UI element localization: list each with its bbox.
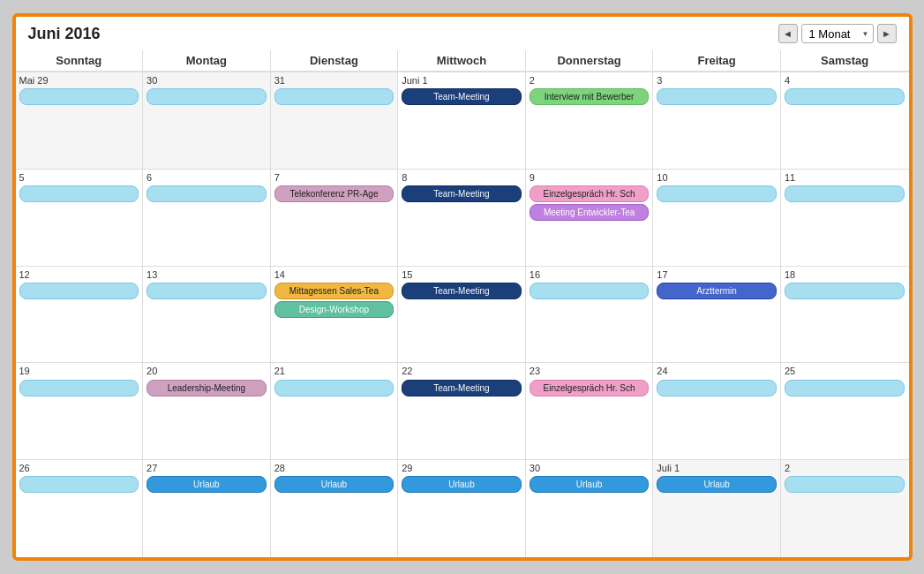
event-4-6-0[interactable] [785,476,905,493]
event-2-6-0[interactable] [785,283,905,299]
cal-cell-w2-d0[interactable]: 12 [16,267,144,363]
cell-date-label: 30 [146,75,267,87]
event-1-0-0[interactable] [19,185,139,202]
cell-date-label: 2 [530,75,650,87]
cal-cell-w0-d5[interactable]: 3 [653,72,781,169]
cell-date-label: 13 [146,269,267,281]
cal-cell-w4-d4[interactable]: 30Urlaub [526,460,654,557]
event-4-5-0[interactable]: Urlaub [657,476,777,493]
event-1-1-0[interactable] [146,185,267,202]
event-4-1-0[interactable]: Urlaub [146,476,267,493]
cell-date-label: 30 [530,463,650,474]
event-3-3-0[interactable]: Team-Meeting [402,380,522,397]
event-0-4-0[interactable]: Interview mit Bewerber [530,88,650,105]
event-3-6-0[interactable] [785,380,905,397]
event-1-4-1[interactable]: Meeting Entwickler-Tea [530,204,650,221]
event-2-5-0[interactable]: Arzttermin [657,283,777,299]
cal-cell-w3-d5[interactable]: 24 [653,363,781,459]
cal-cell-w1-d2[interactable]: 7Telekonferenz PR-Age [271,170,399,266]
cal-cell-w1-d0[interactable]: 5 [16,170,144,266]
cal-cell-w0-d3[interactable]: Juni 1Team-Meeting [398,72,526,169]
cal-cell-w4-d3[interactable]: 29Urlaub [398,460,526,557]
cal-cell-w2-d5[interactable]: 17Arzttermin [653,267,781,363]
event-4-4-0[interactable]: Urlaub [530,476,650,493]
cal-cell-w3-d0[interactable]: 19 [16,363,144,459]
cell-date-label: 15 [402,269,522,281]
day-header-wed: Mittwoch [398,50,526,71]
event-0-3-0[interactable]: Team-Meeting [402,88,522,105]
week-row-1: 5 6 7Telekonferenz PR-Age8Team-Meeting9E… [16,170,909,267]
event-4-2-0[interactable]: Urlaub [274,476,394,493]
cal-cell-w1-d4[interactable]: 9Einzelgespräch Hr. SchMeeting Entwickle… [526,170,654,266]
cell-date-label: 28 [274,463,394,474]
cal-cell-w0-d1[interactable]: 30 [143,72,271,169]
cell-date-label: 8 [402,172,522,184]
event-4-0-0[interactable] [19,476,139,493]
cell-date-label: 19 [19,366,139,377]
cell-date-label: 29 [402,463,522,474]
cal-cell-w3-d4[interactable]: 23Einzelgespräch Hr. Sch [526,363,654,459]
event-3-4-0[interactable]: Einzelgespräch Hr. Sch [530,380,650,397]
event-2-2-1[interactable]: Design-Workshop [274,301,394,318]
cell-date-label: 26 [19,463,139,474]
cal-cell-w3-d3[interactable]: 22Team-Meeting [398,363,526,459]
event-1-5-0[interactable] [657,185,777,202]
nav-next-button[interactable]: ► [877,24,897,43]
event-4-3-0[interactable]: Urlaub [402,476,522,493]
event-2-1-0[interactable] [146,283,267,299]
calendar-title: Juni 2016 [28,25,778,43]
cell-date-label: 17 [657,269,777,281]
cal-cell-w3-d6[interactable]: 25 [781,363,909,459]
event-3-0-0[interactable] [19,380,139,397]
calendar-grid: Mai 29 30 31 Juni 1Team-Meeting2Intervie… [16,72,909,557]
cal-cell-w4-d6[interactable]: 2 [781,460,909,557]
event-1-4-0[interactable]: Einzelgespräch Hr. Sch [530,185,650,202]
cal-cell-w4-d2[interactable]: 28Urlaub [271,460,399,557]
cal-cell-w3-d1[interactable]: 20Leadership-Meeting [143,363,271,459]
event-0-6-0[interactable] [785,88,905,105]
cell-date-label: 20 [146,366,267,377]
event-3-1-0[interactable]: Leadership-Meeting [146,380,267,397]
cell-date-label: 27 [146,463,267,474]
cal-cell-w0-d2[interactable]: 31 [271,72,399,169]
cal-cell-w0-d6[interactable]: 4 [781,72,909,169]
period-select[interactable]: 1 Monat 1 Woche 1 Tag [801,24,874,43]
cal-cell-w1-d6[interactable]: 11 [781,170,909,266]
event-1-2-0[interactable]: Telekonferenz PR-Age [274,185,394,202]
cal-cell-w2-d6[interactable]: 18 [781,267,909,363]
cal-cell-w1-d5[interactable]: 10 [653,170,781,266]
event-3-5-0[interactable] [657,380,777,397]
cal-cell-w1-d1[interactable]: 6 [143,170,271,266]
event-0-5-0[interactable] [657,88,777,105]
event-2-0-0[interactable] [19,283,139,299]
cal-cell-w1-d3[interactable]: 8Team-Meeting [398,170,526,266]
event-0-0-0[interactable] [19,88,139,105]
cell-date-label: 2 [785,463,905,474]
event-3-2-0[interactable] [274,380,394,397]
cal-cell-w4-d0[interactable]: 26 [16,460,144,557]
event-1-3-0[interactable]: Team-Meeting [402,185,522,202]
cal-cell-w4-d5[interactable]: Juli 1Urlaub [653,460,781,557]
week-row-2: 12 13 14Mittagessen Sales-TeaDesign-Work… [16,267,909,364]
event-2-4-0[interactable] [530,283,650,299]
calendar-header: Juni 2016 ◄ 1 Monat 1 Woche 1 Tag ► [16,17,909,50]
event-1-6-0[interactable] [785,185,905,202]
cell-date-label: 18 [785,269,905,281]
event-0-1-0[interactable] [146,88,267,105]
nav-prev-button[interactable]: ◄ [778,24,798,43]
event-0-2-0[interactable] [274,88,394,105]
cell-date-label: 16 [530,269,650,281]
day-headers-row: Sonntag Montag Dienstag Mittwoch Donners… [16,50,909,72]
cal-cell-w2-d1[interactable]: 13 [143,267,271,363]
cal-cell-w0-d4[interactable]: 2Interview mit Bewerber [526,72,654,169]
cal-cell-w3-d2[interactable]: 21 [271,363,399,459]
cell-date-label: Juni 1 [402,75,522,87]
day-header-fri: Freitag [653,50,781,71]
event-2-3-0[interactable]: Team-Meeting [402,283,522,299]
cal-cell-w4-d1[interactable]: 27Urlaub [143,460,271,557]
cal-cell-w2-d3[interactable]: 15Team-Meeting [398,267,526,363]
cal-cell-w2-d4[interactable]: 16 [526,267,654,363]
cal-cell-w2-d2[interactable]: 14Mittagessen Sales-TeaDesign-Workshop [271,267,399,363]
event-2-2-0[interactable]: Mittagessen Sales-Tea [274,283,394,299]
cal-cell-w0-d0[interactable]: Mai 29 [16,72,144,169]
